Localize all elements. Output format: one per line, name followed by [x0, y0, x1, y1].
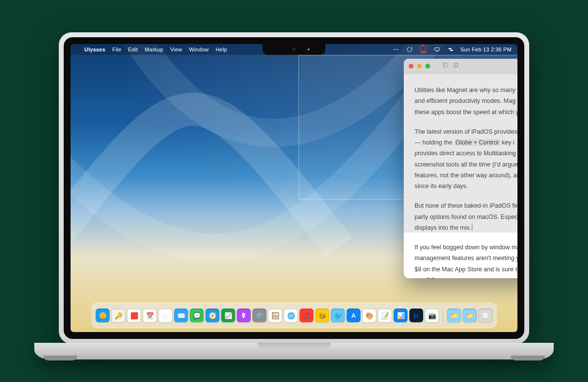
dock-app-plex[interactable]: 🐝 [316, 309, 329, 322]
dock[interactable]: 🙂🔑🟥📅N✉️💬🧭📈🎙⚙️🪟🌐🎵🐝🐦A🎨📝📊Lr📸📁📁🗑 [92, 303, 497, 328]
dock-app-spark[interactable]: ✉️ [174, 309, 188, 322]
para1-line1: Utilities like Magnet are why so many [415, 87, 515, 94]
dock-app-lightroom[interactable]: Lr [410, 309, 423, 322]
window-zoom-button[interactable] [425, 64, 430, 69]
laptop-foot-right [511, 356, 545, 360]
dock-app-pixelmator[interactable]: 🎨 [363, 309, 376, 322]
window-minimize-button[interactable] [417, 64, 422, 69]
para2-line5: features, not the other way around), ar [415, 172, 517, 179]
dock-app-things[interactable]: 🟥 [127, 309, 141, 322]
dock-app-settings[interactable]: ⚙️ [253, 309, 267, 322]
menu-extra-control-center-icon[interactable] [447, 46, 455, 53]
window-close-button[interactable] [409, 64, 414, 69]
para3-line2: party options found on macOS. Especi [415, 214, 517, 220]
para4-line3: $8 on the Mac App Store and is sure to [415, 266, 517, 273]
camera-led-icon [308, 48, 310, 50]
svg-rect-3 [435, 48, 439, 51]
menubar-app-name[interactable]: Ulysses [84, 47, 105, 52]
dock-separator [443, 309, 443, 322]
dock-app-trash[interactable]: 🗑 [479, 309, 492, 322]
laptop-bezel: Ulysses File Edit Markup View Window Hel… [64, 37, 524, 339]
menu-extra-display-icon[interactable] [433, 46, 441, 53]
para3-line3: displays into the mix. [415, 224, 471, 231]
menu-file[interactable]: File [112, 47, 122, 52]
dock-app-1password[interactable]: 🔑 [112, 309, 125, 322]
dock-app-downloads[interactable]: 📁 [447, 309, 461, 322]
menu-view[interactable]: View [170, 47, 182, 52]
para2-line4: screenshot tools all the time (I'd argue [415, 161, 517, 168]
para2-code: Globe + Control [454, 139, 500, 146]
svg-point-2 [397, 49, 398, 50]
dock-app-ulysses[interactable]: 📝 [378, 309, 392, 322]
para1-line2: and efficient productivity modes. Mag [415, 97, 515, 104]
laptop-lid: Ulysses File Edit Markup View Window Hel… [59, 32, 529, 344]
para2-line3: provides direct access to Multitasking [415, 150, 516, 157]
para2-line2b: key i [500, 139, 514, 146]
dock-app-finder[interactable]: 🙂 [96, 309, 110, 322]
dock-app-safari[interactable]: 🧭 [206, 309, 220, 322]
para2-line1: The latest version of iPadOS provides [415, 128, 517, 135]
dock-app-stocks[interactable]: 📈 [221, 309, 235, 322]
dock-app-podcasts[interactable]: 🎙 [237, 309, 251, 322]
text-cursor [472, 224, 472, 231]
menu-window[interactable]: Window [189, 47, 209, 52]
dock-app-fantastical[interactable]: 📅 [143, 309, 157, 322]
dock-app-notion[interactable]: N [159, 309, 172, 322]
para1-line3: these apps boost the speed at which y [415, 109, 517, 116]
laptop-screen: Ulysses File Edit Markup View Window Hel… [71, 44, 517, 332]
compose-icon[interactable] [453, 62, 460, 71]
dock-app-cleanshot[interactable]: 📸 [425, 309, 439, 322]
svg-point-1 [395, 49, 396, 50]
menu-extra-battery-icon[interactable] [419, 46, 427, 53]
dock-app-windows[interactable]: 🪟 [269, 309, 282, 322]
dock-app-slack[interactable]: 🌐 [284, 309, 298, 322]
para4-line4: macOS. [415, 277, 437, 278]
menu-extra-more-icon[interactable] [392, 46, 400, 53]
para2-line6: since its early days. [415, 183, 468, 190]
laptop-deck [34, 343, 554, 359]
svg-rect-4 [436, 51, 438, 52]
document-editor[interactable]: Utilities like Magnet are why so many an… [404, 74, 517, 278]
para4-line1: If you feel bogged down by window ma [415, 244, 517, 251]
laptop-foot-left [43, 356, 77, 360]
menubar-clock[interactable]: Sun Feb 13 2:36 PM [461, 47, 512, 52]
sidebar-toggle-icon[interactable] [442, 62, 449, 71]
dock-app-music[interactable]: 🎵 [300, 309, 314, 322]
dock-app-keynote[interactable]: 📊 [394, 309, 408, 322]
camera-icon [293, 48, 295, 51]
dock-app-messages[interactable]: 💬 [190, 309, 204, 322]
menu-extra-sync-icon[interactable] [406, 46, 414, 53]
svg-rect-5 [448, 48, 451, 49]
menu-help[interactable]: Help [216, 47, 227, 52]
svg-point-0 [393, 49, 394, 50]
menu-markup[interactable]: Markup [145, 47, 163, 52]
dock-app-tweetbot[interactable]: 🐦 [331, 309, 345, 322]
menu-edit[interactable]: Edit [128, 47, 138, 52]
display-notch [263, 44, 325, 55]
para4-line2: management features aren't meeting y [415, 255, 517, 262]
svg-rect-7 [443, 63, 447, 67]
dock-app-documents[interactable]: 📁 [463, 309, 477, 322]
para2-line2a: — holding the [415, 139, 454, 146]
ulysses-window[interactable]: Utilities like Magnet are why so many an… [404, 59, 517, 278]
dock-app-appstore[interactable]: A [347, 309, 361, 322]
window-titlebar[interactable] [404, 59, 517, 74]
svg-rect-6 [450, 50, 453, 51]
para3-line1: But none of these baked-in iPadOS fea [415, 202, 517, 209]
